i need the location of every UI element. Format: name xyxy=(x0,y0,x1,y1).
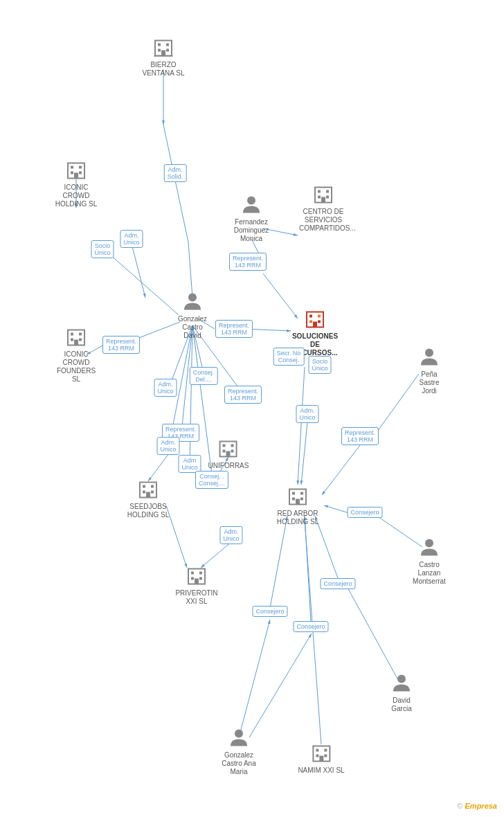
svg-rect-41 xyxy=(158,49,161,52)
building-icon-seedjobs xyxy=(137,478,159,501)
namim-label: NAMIM XXI SL xyxy=(298,766,344,775)
node-fernandez: FernandezDominguezMonica xyxy=(227,194,276,243)
badge-represent-143-2[interactable]: Represent.143 RRM xyxy=(215,320,253,338)
node-castro-lanzan: CastroLanzanMontserrat xyxy=(405,537,453,586)
node-david-garcia: DavidGarcia xyxy=(377,672,426,713)
badge-consejero-castro[interactable]: Consejero xyxy=(347,507,382,518)
building-icon-3 xyxy=(65,326,87,348)
badge-consejero-ana1[interactable]: Consejero xyxy=(252,606,287,617)
node-gonzalez-david: GonzalezCastroDavid xyxy=(168,291,217,340)
red-arbor-label: RED ARBORHOLDING SL xyxy=(273,510,322,526)
node-iconic-holding: ICONICCROWDHOLDING SL xyxy=(52,159,100,208)
person-icon-fernandez xyxy=(240,194,262,216)
svg-point-102 xyxy=(425,539,433,548)
node-pena-sastre: PeñaSastreJordi xyxy=(405,346,453,395)
svg-rect-62 xyxy=(321,197,325,203)
bierzo-label: BIERZO VENTANA SL xyxy=(139,61,188,78)
svg-rect-76 xyxy=(223,445,226,447)
svg-line-2 xyxy=(163,125,188,242)
svg-line-35 xyxy=(305,516,311,622)
building-icon-red-arbor xyxy=(287,485,309,508)
badge-consejero-ana2[interactable]: Consejero xyxy=(293,621,328,632)
badge-consejero-garcia[interactable]: Consejero xyxy=(320,578,355,589)
castro-lanzan-label: CastroLanzanMontserrat xyxy=(405,561,453,586)
svg-rect-85 xyxy=(199,577,202,580)
svg-point-99 xyxy=(188,294,197,302)
iconic-founders-label: ICONICCROWDFOUNDERS SL xyxy=(52,350,100,384)
badge-adm-unico-founders[interactable]: Adm.Unico xyxy=(154,379,177,397)
badge-adm-solid[interactable]: Adm.Solid. xyxy=(164,164,187,182)
badge-socio-unico-holding[interactable]: SocioÚnico xyxy=(91,240,114,258)
svg-line-27 xyxy=(322,445,360,495)
building-icon-uniforras xyxy=(217,438,240,460)
svg-rect-61 xyxy=(326,196,329,199)
svg-rect-42 xyxy=(166,49,169,52)
node-red-arbor: RED ARBORHOLDING SL xyxy=(273,485,322,526)
svg-rect-79 xyxy=(231,450,234,453)
svg-rect-72 xyxy=(143,491,145,494)
badge-secr-no-consej[interactable]: Secr. NoConsej. xyxy=(273,348,305,366)
svg-rect-55 xyxy=(79,339,82,341)
person-icon-gonzalez-david xyxy=(181,291,204,313)
svg-rect-56 xyxy=(74,340,78,345)
centro-servicios-label: CENTRO DESERVICIOSCOMPARTIDOS... xyxy=(299,208,348,233)
badge-adm-unico-priverotin[interactable]: Adm.Unico xyxy=(219,526,242,544)
node-bierzo: BIERZO VENTANA SL xyxy=(139,37,188,78)
svg-rect-78 xyxy=(223,450,226,453)
node-iconic-founders: ICONICCROWDFOUNDERS SL xyxy=(52,326,100,384)
svg-rect-73 xyxy=(151,491,154,494)
svg-rect-59 xyxy=(326,190,329,193)
svg-rect-39 xyxy=(158,44,161,46)
seedjobs-label: SEEDJOBSHOLDING SL xyxy=(124,503,172,519)
badge-represent-143-pena[interactable]: Represent.143 RRM xyxy=(341,427,379,445)
svg-rect-92 xyxy=(296,499,300,505)
gonzalez-ana-label: GonzalezCastro AnaMaria xyxy=(215,751,263,776)
person-icon-castro-lanzan xyxy=(418,537,440,559)
svg-rect-80 xyxy=(226,451,231,457)
svg-point-100 xyxy=(247,197,255,205)
building-icon-4 xyxy=(312,183,334,206)
svg-rect-53 xyxy=(79,333,82,336)
badge-adm-unico-soluciones[interactable]: Adm.Unico xyxy=(296,405,318,423)
badge-adm-unico-seedjobs[interactable]: Adm.Unico xyxy=(156,437,179,455)
uniforras-label: UNIFORRAS xyxy=(208,462,249,470)
svg-rect-67 xyxy=(318,321,321,323)
svg-line-37 xyxy=(132,244,145,298)
svg-rect-47 xyxy=(79,166,82,169)
svg-rect-97 xyxy=(324,755,327,757)
svg-rect-77 xyxy=(231,445,234,447)
node-priverotin: PRIVEROTINXXI SL xyxy=(172,565,221,606)
brand-name: Empresa xyxy=(465,802,497,810)
badge-consej-del[interactable]: Consej.Del.... xyxy=(190,367,218,385)
badge-socio-unico-soluciones[interactable]: SocioÚnico xyxy=(308,356,331,374)
svg-point-103 xyxy=(397,675,406,683)
badge-consej-consej[interactable]: Consej. .Consej.... xyxy=(195,471,228,489)
svg-line-24 xyxy=(298,367,305,485)
svg-rect-68 xyxy=(313,322,317,327)
svg-rect-52 xyxy=(71,333,73,336)
building-icon-priverotin xyxy=(186,565,208,587)
svg-rect-88 xyxy=(292,492,295,495)
person-icon-david-garcia xyxy=(390,672,413,694)
svg-rect-65 xyxy=(318,315,321,318)
node-centro-servicios: CENTRO DESERVICIOSCOMPARTIDOS... xyxy=(299,183,348,233)
building-icon-soluciones xyxy=(304,308,326,330)
svg-rect-50 xyxy=(74,173,78,179)
svg-point-104 xyxy=(235,730,243,738)
badge-represent-143-1[interactable]: Represent.143 RRM xyxy=(229,253,267,271)
svg-rect-98 xyxy=(319,756,323,762)
badge-represent-143-founders[interactable]: Represent.143 RRM xyxy=(102,336,140,354)
svg-line-18 xyxy=(190,325,192,464)
svg-line-33 xyxy=(249,634,312,737)
graph-container: BIERZO VENTANA SL ICONICCROWDHOLDING SL … xyxy=(0,0,504,817)
svg-rect-71 xyxy=(151,485,154,488)
badge-adm-unico-holding[interactable]: Adm.Unico xyxy=(120,230,143,248)
watermark: © Empresa xyxy=(457,802,497,810)
david-garcia-label: DavidGarcia xyxy=(377,697,426,713)
svg-rect-86 xyxy=(195,579,199,584)
badge-represent-143-3[interactable]: Represent.143 RRM xyxy=(224,386,262,404)
svg-rect-49 xyxy=(79,172,82,174)
svg-rect-43 xyxy=(161,51,165,56)
svg-line-25 xyxy=(301,422,307,485)
svg-line-34 xyxy=(270,516,287,608)
